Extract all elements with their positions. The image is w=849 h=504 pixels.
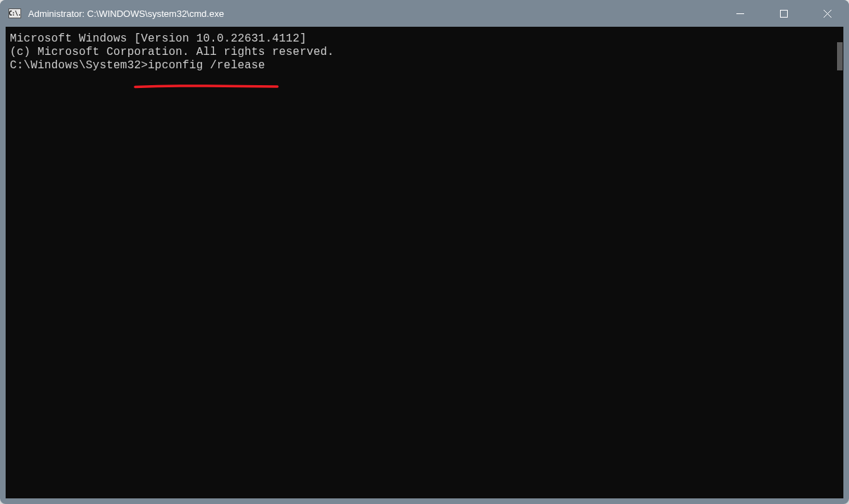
terminal-prompt-line: C:\Windows\System32>ipconfig /release — [10, 59, 839, 73]
red-underline-annotation — [134, 79, 279, 83]
minimize-button[interactable] — [718, 0, 762, 27]
window-title: Administrator: C:\WINDOWS\system32\cmd.e… — [27, 8, 718, 19]
window-controls — [718, 0, 849, 27]
terminal-content: Microsoft Windows [Version 10.0.22631.41… — [6, 27, 843, 78]
cmd-icon: C:\. — [8, 8, 21, 18]
terminal-line-copyright: (c) Microsoft Corporation. All rights re… — [10, 46, 839, 59]
maximize-icon — [780, 10, 788, 18]
terminal-prompt: C:\Windows\System32> — [10, 59, 148, 72]
scrollbar[interactable] — [833, 27, 843, 498]
titlebar[interactable]: C:\. Administrator: C:\WINDOWS\system32\… — [0, 0, 849, 27]
svg-rect-1 — [780, 10, 787, 17]
close-icon — [824, 10, 831, 18]
scrollbar-thumb[interactable] — [837, 42, 843, 70]
close-button[interactable] — [805, 0, 849, 27]
maximize-button[interactable] — [762, 0, 805, 27]
terminal-body[interactable]: Microsoft Windows [Version 10.0.22631.41… — [6, 27, 843, 498]
minimize-icon — [736, 10, 744, 18]
terminal-line-version: Microsoft Windows [Version 10.0.22631.41… — [10, 32, 839, 46]
terminal-command: ipconfig /release — [148, 59, 265, 72]
command-prompt-window: C:\. Administrator: C:\WINDOWS\system32\… — [0, 0, 849, 504]
